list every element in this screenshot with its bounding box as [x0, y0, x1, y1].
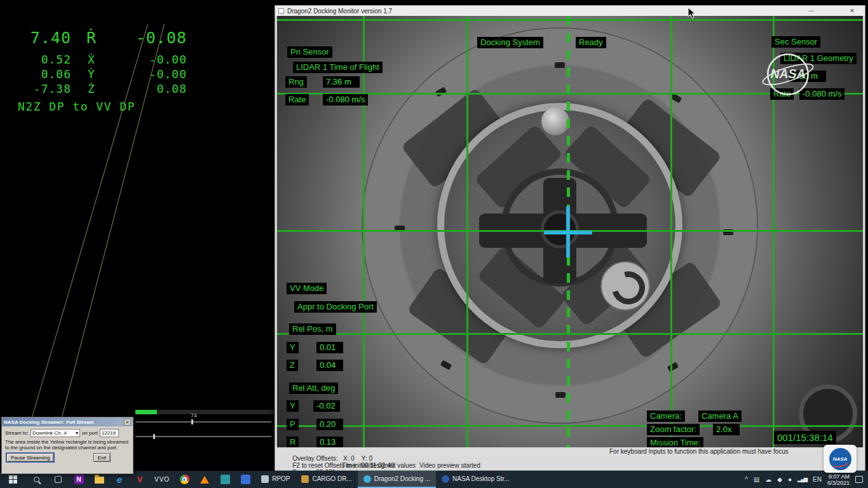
pri-rate-value: -0.080 m/s	[323, 94, 368, 105]
rel-att-title: Rel Att, deg	[289, 383, 338, 394]
rate-label: Rate	[285, 94, 309, 105]
telemetry-value: 0.08	[112, 81, 187, 96]
pinned-app-vlc[interactable]	[194, 471, 215, 488]
port-fixture-light	[541, 107, 569, 135]
telemetry-row: -7.38 Ż 0.08	[0, 81, 191, 96]
clock-date: 6/3/2021	[827, 480, 850, 486]
docking-camera-view[interactable]: Pri Sensor LIDAR 1 Time of Flight Rng 7.…	[277, 16, 863, 447]
nasa-stream-badge: NASA	[824, 445, 857, 473]
system-tray: ^ ▤ ☁ ◆ ● ▂▄▆ EN 9:07 AM 6/3/2021	[742, 473, 868, 486]
rpop-app-icon	[261, 475, 269, 483]
taskbar-app-docking-monitor[interactable]: Dragon2 Docking ...	[358, 471, 436, 488]
zoom-factor-label: Zoom factor:	[647, 424, 700, 435]
axis-label: Z	[287, 360, 298, 371]
stream-time: Time: 00:11:02:40	[342, 462, 394, 469]
network-signal-icon[interactable]: ▂▄▆	[797, 477, 807, 482]
overlay-grid-line	[277, 333, 863, 335]
taskbar-app-label: CARGO DR...	[312, 475, 351, 482]
docking-monitor-window: Dragon2 Docking Monitor version 1.7 — ✕	[275, 5, 865, 471]
slider-value-label: 74	[191, 412, 197, 419]
pinned-app-blue[interactable]	[235, 471, 255, 488]
taskbar-vvo-button[interactable]: VVO	[150, 471, 174, 488]
playback-slider[interactable]	[135, 421, 271, 423]
taskbar-app-nasa-desktop-streamer[interactable]: NASA Desktop Str...	[436, 471, 515, 488]
vv-mode-title: VV Mode	[287, 283, 327, 294]
window-titlebar[interactable]: Dragon2 Docking Monitor version 1.7 — ✕	[275, 6, 865, 16]
nasa-streamer-app-icon	[442, 475, 449, 483]
camera-label: Camera:	[647, 410, 685, 422]
pri-sensor-mode: LIDAR 1 Time of Flight	[293, 62, 383, 73]
tray-app-icon[interactable]: ●	[788, 476, 792, 483]
teal-app-icon	[220, 475, 230, 484]
pause-streaming-button[interactable]: Pause Streaming	[6, 453, 54, 462]
telemetry-row: 0.52 Ẋ -0.00	[0, 52, 191, 67]
close-icon[interactable]: ✕	[843, 6, 862, 16]
exit-button[interactable]: Exit	[93, 453, 111, 462]
slider-handle[interactable]	[191, 419, 193, 424]
channel-selected-value: Downlink Ch. 4	[32, 430, 67, 436]
window-statusbar: Overlay Offsets: X: 0 Y: 0 For keyboard …	[275, 447, 865, 470]
ring-fixture	[555, 62, 565, 68]
telemetry-row: 0.06 Ẏ -0.00	[0, 67, 191, 81]
channel-select[interactable]: Downlink Ch. 4 ▾	[31, 429, 80, 437]
docking-status: Ready	[576, 37, 606, 48]
taskbar-app-label: NASA Desktop Str...	[452, 475, 509, 482]
telemetry-axis: Ẏ	[71, 67, 112, 81]
app-icon	[278, 8, 284, 14]
frame-reference-note: N2Z DP to VV DP	[18, 100, 191, 113]
onedrive-cloud-icon[interactable]: ☁	[765, 476, 771, 483]
telemetry-axis: Ṙ	[71, 27, 112, 50]
stream-to-label: Stream to:	[5, 430, 29, 436]
onenote-icon: N	[74, 475, 84, 484]
rel-pos-title: Rel Pos, m	[289, 323, 336, 335]
docking-monitor-app-icon	[363, 475, 371, 483]
window-title: Dragon2 Docking Monitor version 1.7	[287, 8, 392, 15]
chrome-icon	[180, 475, 189, 484]
folder-icon	[95, 477, 104, 484]
mouse-cursor	[688, 7, 696, 22]
language-indicator[interactable]: EN	[813, 476, 822, 483]
pinned-app-teal[interactable]	[215, 471, 235, 488]
nasa-watermark-logo: NASA	[760, 46, 816, 105]
port-label: on port	[82, 430, 98, 436]
taskbar-app-label: Dragon2 Docking ...	[374, 475, 430, 482]
docking-target-hub	[541, 210, 579, 248]
v-app-icon: V	[135, 475, 145, 484]
dialog-titlebar[interactable]: NASA Docking Streamer: Full Stream ✕	[2, 417, 133, 426]
taskbar-app-rpop[interactable]: RPOP	[255, 471, 295, 488]
close-icon[interactable]: ✕	[124, 419, 131, 426]
taskbar-clock[interactable]: 9:07 AM 6/3/2021	[827, 473, 850, 486]
pinned-app-chrome[interactable]	[174, 471, 194, 488]
overlay-grid-line	[277, 425, 863, 427]
slider-handle[interactable]	[153, 434, 155, 439]
rpop-telemetry-panel: 7.40 Ṙ -0.08 0.52 Ẋ -0.00 0.06 Ẏ -0.00 -…	[0, 0, 275, 471]
minimize-icon[interactable]: —	[802, 6, 821, 16]
video-progress-bar[interactable]	[135, 410, 274, 414]
rel-att-p-value: 0.20	[316, 419, 343, 430]
rate-slider[interactable]	[135, 436, 271, 437]
nasa-meatball-icon: NASA	[829, 448, 851, 470]
task-view-icon	[55, 476, 62, 483]
taskbar-app-label: RPOP	[272, 475, 290, 482]
focus-note: For keyboard inputs to function this app…	[609, 448, 789, 455]
telemetry-value: 7.40	[0, 27, 71, 50]
telemetry-axis: Ż	[71, 81, 112, 96]
action-center-icon[interactable]	[855, 476, 863, 483]
telemetry-axis: Ẋ	[71, 52, 112, 67]
tray-app-icon[interactable]: ▤	[754, 476, 759, 483]
cargo-app-icon	[301, 475, 309, 483]
nasa-badge-text: NASA	[833, 456, 848, 462]
taskbar-app-cargo-dragon[interactable]: CARGO DR...	[295, 471, 357, 488]
telemetry-value: -0.00	[112, 52, 187, 67]
crosshair-marker	[566, 207, 570, 257]
tray-expand-icon[interactable]: ^	[745, 476, 748, 483]
axis-label: Y	[287, 342, 299, 353]
port-fixture-spiral	[600, 261, 650, 311]
dialog-body: Stream to: Downlink Ch. 4 ▾ on port The …	[2, 426, 133, 464]
vv-mode-value: Appr to Docking Port	[294, 301, 377, 313]
dialog-title: NASA Docking Streamer: Full Stream	[4, 419, 124, 425]
streaming-note: The area inside the Yellow rectangle is …	[5, 439, 130, 451]
tray-app-icon[interactable]: ◆	[777, 476, 782, 483]
overlay-grid-line	[277, 19, 863, 21]
port-input[interactable]	[100, 429, 119, 437]
